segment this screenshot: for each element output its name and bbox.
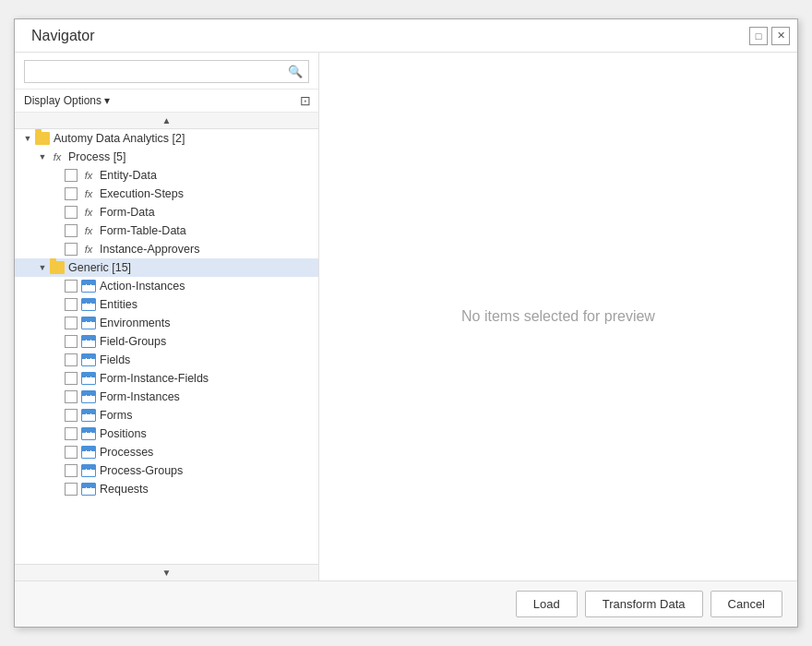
list-item[interactable]: Form-Instance-Fields <box>15 369 318 388</box>
checkbox-forms[interactable] <box>65 409 78 422</box>
fx-icon-process: fx <box>50 150 65 163</box>
fx-icon: fx <box>81 224 96 237</box>
list-item[interactable]: fx Form-Table-Data <box>15 221 318 240</box>
table-icon <box>81 298 96 311</box>
search-input[interactable] <box>25 61 282 82</box>
display-options-button[interactable]: Display Options ▾ <box>24 94 110 107</box>
checkbox-entity-data[interactable] <box>65 169 78 182</box>
item-label: Form-Table-Data <box>100 224 186 237</box>
checkbox-instance-approvers[interactable] <box>65 243 78 256</box>
tree-process-item[interactable]: ▼ fx Process [5] <box>15 148 318 166</box>
list-item[interactable]: fx Entity-Data <box>15 166 318 185</box>
cancel-button[interactable]: Cancel <box>710 591 782 617</box>
content-area: 🔍 Display Options ▾ ⊡ ▲ <box>15 53 797 580</box>
scroll-up-button[interactable]: ▲ <box>15 113 318 129</box>
list-item[interactable]: fx Form-Data <box>15 203 318 221</box>
list-item[interactable]: Positions <box>15 425 318 443</box>
item-label: Requests <box>100 483 149 496</box>
navigator-window: Navigator □ ✕ 🔍 Display Options ▾ <box>14 18 798 628</box>
item-label: Positions <box>100 427 147 440</box>
checkbox-positions[interactable] <box>65 427 78 440</box>
fx-icon: fx <box>81 206 96 219</box>
checkbox-environments[interactable] <box>65 317 78 329</box>
checkbox-action-instances[interactable] <box>65 280 78 293</box>
checkbox-form-instance-fields[interactable] <box>65 372 78 385</box>
list-item[interactable]: Requests <box>15 480 318 498</box>
checkbox-process-groups[interactable] <box>65 464 78 477</box>
list-item[interactable]: Forms <box>15 406 318 425</box>
refresh-button[interactable]: ⊡ <box>300 93 311 108</box>
search-input-wrap: 🔍 <box>24 60 309 83</box>
item-label: Form-Instance-Fields <box>100 372 209 385</box>
no-items-text: No items selected for preview <box>461 308 655 325</box>
root-label: Automy Data Analytics [2] <box>54 132 185 145</box>
expand-arrow-root: ▼ <box>20 134 35 143</box>
checkbox-field-groups[interactable] <box>65 335 78 348</box>
item-label: Entity-Data <box>100 169 157 182</box>
generic-label: Generic [15] <box>68 261 131 274</box>
list-item[interactable]: Entities <box>15 295 318 314</box>
scroll-up-icon: ▲ <box>162 115 172 126</box>
item-label: Instance-Approvers <box>100 243 199 256</box>
display-options-arrow: ▾ <box>104 94 110 107</box>
fx-icon: fx <box>81 243 96 256</box>
table-icon <box>81 464 96 477</box>
checkbox-requests[interactable] <box>65 483 78 496</box>
footer: Load Transform Data Cancel <box>15 580 797 627</box>
list-item[interactable]: Field-Groups <box>15 332 318 351</box>
right-panel: No items selected for preview <box>319 53 797 580</box>
checkbox-execution-steps[interactable] <box>65 187 78 200</box>
expand-arrow-process: ▼ <box>35 152 50 162</box>
table-icon <box>81 317 96 329</box>
list-item[interactable]: fx Execution-Steps <box>15 185 318 203</box>
item-label: Processes <box>100 446 153 459</box>
table-icon <box>81 353 96 366</box>
tree-area[interactable]: ▼ Automy Data Analytics [2] ▼ fx Process… <box>15 129 318 564</box>
item-label: Entities <box>100 298 137 311</box>
item-label: Form-Data <box>100 206 155 219</box>
load-button[interactable]: Load <box>516 591 578 617</box>
window-controls: □ ✕ <box>749 27 790 45</box>
scroll-down-icon: ▼ <box>162 568 172 578</box>
tree-scroll-wrapper: ▲ ▼ Automy Data Analytics [2] ▼ fx <box>15 113 318 580</box>
item-label: Form-Instances <box>100 390 180 403</box>
window-title: Navigator <box>31 28 94 44</box>
checkbox-entities[interactable] <box>65 298 78 311</box>
table-icon <box>81 280 96 293</box>
table-icon <box>81 390 96 403</box>
process-label: Process [5] <box>68 150 126 163</box>
checkbox-processes[interactable] <box>65 446 78 459</box>
item-label: Fields <box>100 353 130 366</box>
fx-icon: fx <box>81 169 96 182</box>
tree-generic-item[interactable]: ▼ Generic [15] <box>15 258 318 277</box>
table-icon <box>81 483 96 496</box>
list-item[interactable]: Action-Instances <box>15 277 318 295</box>
folder-icon-generic <box>50 261 65 274</box>
scroll-down-button[interactable]: ▼ <box>15 564 318 580</box>
title-bar: Navigator □ ✕ <box>15 19 797 53</box>
item-label: Environments <box>100 317 170 329</box>
search-button[interactable]: 🔍 <box>282 61 308 82</box>
table-icon <box>81 427 96 440</box>
checkbox-form-instances[interactable] <box>65 390 78 403</box>
restore-button[interactable]: □ <box>749 27 768 45</box>
display-options-bar: Display Options ▾ ⊡ <box>15 90 318 113</box>
close-button[interactable]: ✕ <box>771 27 790 45</box>
refresh-icon: ⊡ <box>300 93 311 108</box>
list-item[interactable]: fx Instance-Approvers <box>15 240 318 258</box>
display-options-label: Display Options <box>24 94 102 107</box>
list-item[interactable]: Form-Instances <box>15 388 318 406</box>
list-item[interactable]: Fields <box>15 351 318 369</box>
list-item[interactable]: Processes <box>15 443 318 461</box>
left-panel: 🔍 Display Options ▾ ⊡ ▲ <box>15 53 319 580</box>
checkbox-form-table-data[interactable] <box>65 224 78 237</box>
tree-root-item[interactable]: ▼ Automy Data Analytics [2] <box>15 129 318 148</box>
list-item[interactable]: Environments <box>15 314 318 332</box>
checkbox-form-data[interactable] <box>65 206 78 219</box>
item-label: Process-Groups <box>100 464 183 477</box>
list-item[interactable]: Process-Groups <box>15 461 318 480</box>
checkbox-fields[interactable] <box>65 353 78 366</box>
fx-icon: fx <box>81 187 96 200</box>
transform-data-button[interactable]: Transform Data <box>585 591 703 617</box>
item-label: Forms <box>100 409 132 422</box>
